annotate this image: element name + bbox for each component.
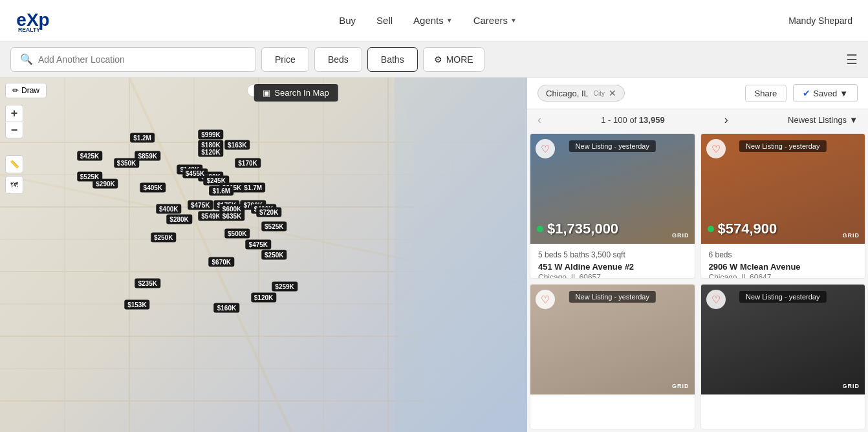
search-in-map-button[interactable]: ▣ Search In Map <box>254 84 338 102</box>
nav-buy[interactable]: Buy <box>339 15 356 26</box>
price-pin[interactable]: $670K <box>209 257 234 266</box>
price-pin[interactable]: $250K <box>261 250 287 260</box>
results-bar: Chicago, IL City ✕ Share ✔ Saved ▼ <box>527 78 868 109</box>
city-filter-tag[interactable]: Chicago, IL City ✕ <box>537 85 625 102</box>
price-pin[interactable]: $160K <box>214 303 239 313</box>
search-filter-bar: 🔍 Price Beds Baths ⚙ MORE ☰ <box>0 41 868 78</box>
remove-city-tag-button[interactable]: ✕ <box>609 88 616 98</box>
more-filter-button[interactable]: ⚙ MORE <box>423 47 484 72</box>
map-layer-tool[interactable]: 🗺 <box>5 176 23 194</box>
price-pin[interactable]: $163K <box>224 140 250 150</box>
grid-logo-text: GRID <box>843 232 860 239</box>
saved-check-icon: ✔ <box>803 88 810 98</box>
city-name: Chicago, IL <box>546 89 589 98</box>
listing-specs: 6 beds <box>709 250 858 259</box>
baths-filter-button[interactable]: Baths <box>367 47 418 72</box>
price-pin[interactable]: $525K <box>77 172 102 182</box>
listing-card[interactable]: ♡ New Listing - yesterday $1,735,000 GRI… <box>530 133 695 279</box>
price-pin[interactable]: $259K <box>272 282 297 292</box>
listing-card[interactable]: ♡ New Listing - yesterday GRID <box>700 284 866 429</box>
main-content: ✏ Draw + − 📏 🗺 12:45 ▣ Search In Map $1.… <box>0 78 868 432</box>
zoom-out-button[interactable]: − <box>5 122 23 138</box>
listing-image: ♡ New Listing - yesterday $1,735,000 GRI… <box>530 134 695 244</box>
listing-image: ♡ New Listing - yesterday GRID <box>701 285 865 394</box>
grid-toggle-button[interactable]: ☰ <box>846 52 858 67</box>
listing-city: Chicago, IL 60647 <box>709 273 858 279</box>
search-input[interactable] <box>38 54 246 65</box>
price-dot <box>708 226 714 232</box>
price-pin[interactable]: $635K <box>219 211 244 221</box>
draw-icon: ✏ <box>12 86 19 95</box>
grid-logo-text: GRID <box>672 232 689 239</box>
listing-image: ♡ New Listing - yesterday $574,900 GRID <box>701 134 865 244</box>
next-page-button[interactable]: › <box>724 113 728 127</box>
map-ruler-tool[interactable]: 📏 <box>5 155 23 173</box>
price-filter-button[interactable]: Price <box>261 47 309 72</box>
price-pin[interactable]: $400K <box>156 204 181 213</box>
price-pin[interactable]: $999K <box>198 129 223 139</box>
listing-info <box>701 394 865 429</box>
listing-card[interactable]: ♡ New Listing - yesterday $574,900 GRID … <box>700 133 866 279</box>
agents-dropdown-icon: ▼ <box>446 17 453 24</box>
zoom-controls: + − <box>5 105 23 138</box>
listing-info: 6 beds 2906 W Mclean Avenue Chicago, IL … <box>701 244 865 279</box>
listing-price: $574,900 <box>708 221 777 237</box>
zoom-in-button[interactable]: + <box>5 105 23 122</box>
pagination-next: › <box>724 113 728 127</box>
price-pin[interactable]: $475K <box>188 200 213 210</box>
price-pin[interactable]: $170K <box>235 158 260 167</box>
listing-info: 5 beds 5 baths 3,500 sqft 451 W Aldine A… <box>530 244 695 279</box>
price-pin[interactable]: $350K <box>114 158 139 167</box>
price-pin[interactable]: $250K <box>151 232 176 242</box>
nav-agents[interactable]: Agents ▼ <box>413 15 453 26</box>
user-name[interactable]: Mandy Shepard <box>788 16 852 26</box>
price-pin[interactable]: $475K <box>246 239 271 249</box>
grid-logo: GRID <box>843 232 860 239</box>
listing-card[interactable]: ♡ New Listing - yesterday GRID <box>530 284 695 429</box>
draw-button[interactable]: ✏ Draw <box>5 83 47 98</box>
city-type: City <box>594 90 605 97</box>
price-pin[interactable]: $235K <box>135 278 160 288</box>
price-pin[interactable]: $525K <box>261 222 287 232</box>
listing-save-button[interactable]: ♡ <box>536 139 555 158</box>
grid-logo-text: GRID <box>843 383 860 389</box>
nav-careers[interactable]: Careers ▼ <box>473 15 517 26</box>
price-pin[interactable]: $280K <box>166 215 191 224</box>
grid-logo: GRID <box>672 232 689 239</box>
listing-info <box>530 394 695 429</box>
price-pin[interactable]: $120K <box>251 292 276 302</box>
listing-address: 451 W Aldine Avenue #2 <box>538 262 687 272</box>
filter-icon: ⚙ <box>434 54 442 65</box>
listing-save-button[interactable]: ♡ <box>706 139 726 158</box>
price-pin[interactable]: $153K <box>124 299 149 309</box>
map-area[interactable]: ✏ Draw + − 📏 🗺 12:45 ▣ Search In Map $1.… <box>0 78 527 432</box>
share-button[interactable]: Share <box>745 85 787 102</box>
saved-button[interactable]: ✔ Saved ▼ <box>793 84 858 102</box>
listing-specs: 5 beds 5 baths 3,500 sqft <box>538 250 687 259</box>
pagination-prev: ‹ <box>537 113 541 127</box>
price-pin[interactable]: $405K <box>140 182 166 192</box>
pagination-info: 1 - 100 of 13,959 <box>601 115 664 125</box>
price-pin[interactable]: $500K <box>224 229 250 239</box>
map-tools: 📏 🗺 <box>5 155 23 194</box>
price-pin[interactable]: $1.7M <box>241 182 265 192</box>
pagination-bar: ‹ 1 - 100 of 13,959 › Newest Listings ▼ <box>527 109 868 131</box>
price-pin[interactable]: $425K <box>77 151 102 160</box>
price-pin[interactable]: $120K <box>198 147 223 157</box>
nav-sell[interactable]: Sell <box>376 15 393 26</box>
sort-dropdown[interactable]: Newest Listings ▼ <box>788 115 858 125</box>
grid-logo: GRID <box>672 383 689 389</box>
listings-grid: ♡ New Listing - yesterday $1,735,000 GRI… <box>527 131 868 432</box>
price-pin[interactable]: $1.2M <box>130 133 155 143</box>
logo[interactable]: eXp REALTY <box>16 6 67 35</box>
listing-save-button[interactable]: ♡ <box>706 290 726 309</box>
header: eXp REALTY Buy Sell Agents ▼ Careers ▼ M… <box>0 0 868 41</box>
listing-badge: New Listing - yesterday <box>739 291 826 303</box>
price-pin[interactable]: $720K <box>256 208 281 217</box>
listing-save-button[interactable]: ♡ <box>536 290 555 309</box>
price-pin[interactable]: $1.6M <box>209 186 233 196</box>
beds-filter-button[interactable]: Beds <box>314 47 362 72</box>
listing-badge: New Listing - yesterday <box>569 140 656 152</box>
prev-page-button[interactable]: ‹ <box>537 113 541 127</box>
sort-dropdown-icon: ▼ <box>849 115 858 125</box>
